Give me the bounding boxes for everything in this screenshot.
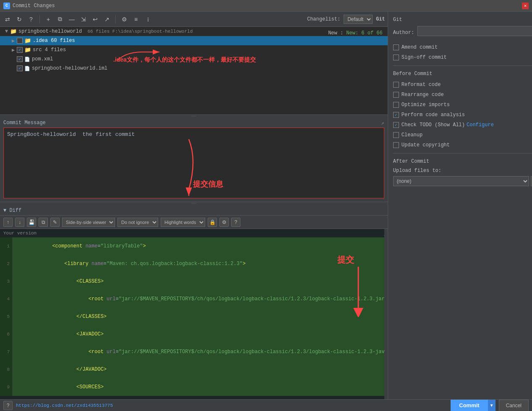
- bottom-help-button[interactable]: ?: [3, 401, 13, 410]
- git-label: Git: [376, 16, 385, 22]
- help-icon[interactable]: ?: [26, 14, 36, 24]
- diff-save-icon[interactable]: 💾: [27, 218, 36, 227]
- diff-scrollbar[interactable]: [384, 229, 388, 399]
- diff-highlight-dropdown[interactable]: Highlight words: [161, 218, 205, 227]
- idea-checkbox[interactable]: [17, 38, 23, 44]
- separator-2: [115, 15, 116, 23]
- diff-help-icon[interactable]: ?: [231, 218, 240, 227]
- diff-section: ▼ Diff ↑ ↓ 💾 ⧉ ✎ Side-by-side viewer Do …: [0, 206, 388, 399]
- line-content-6: <JAVADOC>: [13, 325, 104, 343]
- navigate-icon[interactable]: ⇄: [3, 14, 13, 24]
- upload-files-dropdown[interactable]: (none): [393, 176, 529, 186]
- diff-settings-icon[interactable]: ⚙: [219, 218, 229, 227]
- diff-line-4: 4 <root url="jar://$MAVEN_REPOSITORY$/ch…: [0, 290, 388, 308]
- perform-code-analysis-row[interactable]: Perform code analysis: [393, 110, 532, 120]
- optimize-imports-label: Optimize imports: [402, 102, 450, 108]
- commit-message-input[interactable]: SpringBoot-helloworld the first commit: [3, 127, 384, 198]
- src-folder-icon: 📁: [24, 47, 31, 53]
- commit-message-header: Commit Message ↗: [0, 118, 388, 127]
- sign-off-commit-row[interactable]: Sign-off commit: [393, 53, 532, 62]
- changelist-label: Changelist:: [307, 16, 340, 22]
- update-copyright-label: Update copyright: [402, 142, 450, 148]
- sign-off-checkbox[interactable]: [393, 55, 399, 60]
- commit-message-external-icon[interactable]: ↗: [381, 120, 384, 126]
- diff-down-icon[interactable]: ↓: [15, 218, 24, 227]
- diff-line-9: 9 <SOURCES>: [0, 378, 388, 396]
- diff-content: Your version 1 <component name="libraryT…: [0, 229, 388, 399]
- author-input[interactable]: [417, 26, 532, 36]
- idea-item-label: .idea 60 files: [33, 38, 75, 44]
- check-todo-checkbox[interactable]: [393, 122, 399, 128]
- toolbar-right: Changelist: Default Git: [307, 15, 385, 24]
- pom-checkbox[interactable]: [17, 56, 23, 62]
- src-item-label: src 4 files: [33, 47, 66, 53]
- new-counter: New : New: 6 of 66: [328, 30, 383, 36]
- diff-line-3: 3 <CLASSES>: [0, 273, 388, 290]
- diff-ignore-dropdown[interactable]: Do not ignore: [117, 218, 158, 227]
- cancel-button[interactable]: Cancel: [499, 400, 529, 411]
- tree-idea-folder[interactable]: ▶ 📁 .idea 60 files: [0, 36, 388, 45]
- copy-icon[interactable]: ⧉: [55, 14, 65, 24]
- filter-icon[interactable]: ⫶: [143, 14, 153, 24]
- sort-icon[interactable]: ≡: [131, 14, 141, 24]
- diff-edit-icon[interactable]: ✎: [50, 218, 60, 227]
- resize-handle-1[interactable]: ⋯⋯: [0, 115, 388, 118]
- amend-commit-label: Amend commit: [402, 44, 438, 50]
- close-button[interactable]: ✕: [522, 3, 529, 9]
- line-num-6: 6: [0, 325, 13, 343]
- reformat-code-row[interactable]: Reformat code: [393, 80, 532, 89]
- tree-src-folder[interactable]: ▶ 📁 src 4 files: [0, 45, 388, 55]
- remove-icon[interactable]: —: [67, 14, 77, 24]
- line-content-4: <root url="jar://$MAVEN_REPOSITORY$/ch/q…: [13, 290, 385, 308]
- diff-line-1: 1 <component name="libraryTable">: [0, 237, 388, 255]
- line-content-8: </JAVADOC>: [13, 361, 107, 378]
- git-title: Git: [393, 17, 532, 23]
- configure-link[interactable]: Configure: [467, 122, 494, 128]
- optimize-imports-checkbox[interactable]: [393, 102, 399, 108]
- root-collapse-icon: ▼: [5, 29, 10, 34]
- iml-checkbox[interactable]: [17, 65, 23, 71]
- diff-line-6: 6 <JAVADOC>: [0, 325, 388, 343]
- diff-your-version-label: Your version: [0, 229, 388, 237]
- rearrange-code-row[interactable]: Rearrange code: [393, 90, 532, 99]
- reformat-code-label: Reformat code: [402, 82, 441, 88]
- perform-code-analysis-checkbox[interactable]: [393, 112, 399, 118]
- commit-message-section: Commit Message ↗ SpringBoot-helloworld t…: [0, 118, 388, 202]
- add-icon[interactable]: +: [43, 14, 53, 24]
- optimize-imports-row[interactable]: Optimize imports: [393, 100, 532, 109]
- src-expand-icon: ▶: [12, 47, 17, 53]
- rearrange-code-checkbox[interactable]: [393, 92, 399, 98]
- commit-dropdown-button[interactable]: ▼: [488, 400, 495, 411]
- line-content-9: <SOURCES>: [13, 378, 104, 396]
- commit-button[interactable]: Commit: [451, 400, 488, 411]
- line-num-7: 7: [0, 343, 13, 361]
- amend-commit-row[interactable]: Amend commit: [393, 43, 532, 52]
- update-copyright-checkbox[interactable]: [393, 142, 399, 148]
- tree-iml-file[interactable]: ▶ 📄 springboot-helloworld.iml: [0, 64, 388, 73]
- cleanup-row[interactable]: Cleanup: [393, 130, 532, 140]
- reformat-code-checkbox[interactable]: [393, 82, 399, 88]
- diff-lock-icon[interactable]: 🔒: [208, 218, 217, 227]
- amend-commit-checkbox[interactable]: [393, 44, 399, 50]
- resize-handle-2[interactable]: ⋯⋯: [0, 202, 388, 206]
- after-commit-title: After Commit: [393, 159, 532, 164]
- diff-line-5: 5 </CLASSES>: [0, 308, 388, 325]
- diff-copy-icon[interactable]: ⧉: [39, 218, 48, 227]
- check-todo-row[interactable]: Check TODO (Show All) Configure: [393, 120, 532, 130]
- divider-2: [393, 153, 532, 153]
- tree-pom-file[interactable]: ▶ 📄 pom.xml: [0, 55, 388, 64]
- external-icon[interactable]: ↗: [102, 14, 112, 24]
- settings-icon[interactable]: ⚙: [119, 14, 129, 24]
- undo-icon[interactable]: ↩: [90, 14, 100, 24]
- changelist-dropdown[interactable]: Default: [344, 15, 373, 24]
- cleanup-checkbox[interactable]: [393, 132, 399, 138]
- diff-up-icon[interactable]: ↑: [3, 218, 13, 227]
- diff-viewer-dropdown[interactable]: Side-by-side viewer: [62, 218, 115, 227]
- update-copyright-row[interactable]: Update copyright: [393, 140, 532, 150]
- left-panel: ⇄ ↻ ? + ⧉ — ⇲ ↩ ↗ ⚙ ≡ ⫶ Changelist: Defa…: [0, 12, 388, 399]
- upload-files-label: Upload files to:: [393, 168, 532, 174]
- move-to-icon[interactable]: ⇲: [78, 14, 89, 24]
- refresh-icon[interactable]: ↻: [14, 14, 24, 24]
- src-checkbox[interactable]: [17, 47, 23, 53]
- line-num-5: 5: [0, 308, 13, 325]
